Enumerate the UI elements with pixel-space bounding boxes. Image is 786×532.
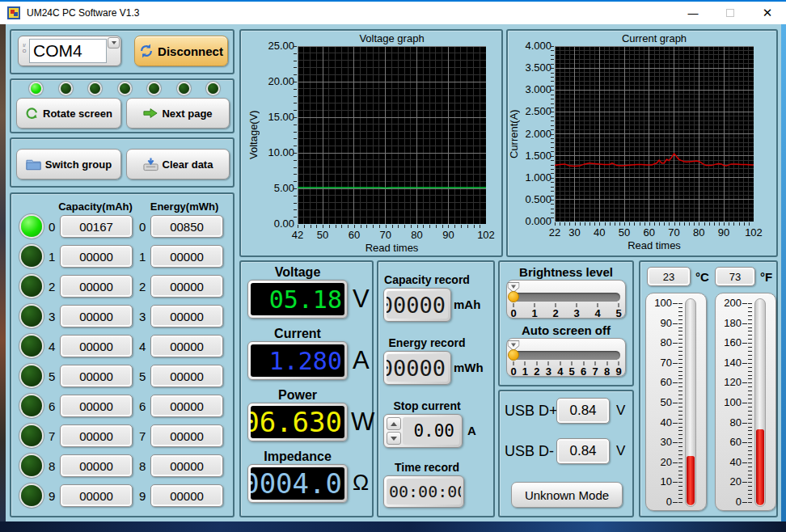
next-page-button[interactable]: Next page <box>126 98 230 129</box>
energy-record-value: 00000 <box>387 354 448 382</box>
thermometer-scale-label: 100 <box>717 396 742 408</box>
auto-screen-off-slider[interactable]: 0123456789 <box>506 338 626 377</box>
slider-knob[interactable] <box>508 291 519 302</box>
power-label: Power <box>241 388 354 403</box>
thermometer-major-tick <box>742 502 747 503</box>
slider-tick-label: 3 <box>546 365 551 378</box>
energy-value: 00000 <box>150 335 223 357</box>
x-axis-tick-label: 80 <box>401 229 433 241</box>
switch-group-button[interactable]: Switch group <box>16 149 121 179</box>
y-axis-tick-label: 0.00 <box>259 217 294 230</box>
thermometer-major-tick <box>673 442 678 443</box>
group-led-4 <box>21 336 42 357</box>
current-graph-panel: Current graph Current(A) Read times 0.00… <box>506 29 778 257</box>
group-index: 7 <box>49 429 55 443</box>
clear-data-button[interactable]: Clear data <box>126 149 230 179</box>
x-axis-tick-label: 90 <box>432 229 464 241</box>
thermometer-scale-label: 60 <box>717 436 742 448</box>
rotate-screen-button[interactable]: Rotate screen <box>16 98 121 129</box>
capacity-value: 00000 <box>60 245 133 268</box>
slider-tick-label: 5 <box>569 365 575 378</box>
group-index: 1 <box>139 250 146 264</box>
spin-up-button[interactable] <box>387 417 401 430</box>
y-axis-minor-ticks <box>551 46 554 222</box>
group-row-2: 200000200000 <box>11 275 233 299</box>
thermometer-scale-label: 100 <box>648 297 672 309</box>
x-axis-minor-ticks <box>555 222 754 226</box>
thermometer-major-tick <box>673 363 678 364</box>
voltage-value: 05.18 <box>251 283 344 315</box>
thermometer-major-tick <box>742 482 747 483</box>
com-port-value[interactable]: COM4 <box>29 39 107 63</box>
arrow-down-icon <box>391 437 397 441</box>
y-axis-tick-label: 10.00 <box>259 146 294 158</box>
metrics-panel: Voltage 05.18 V Current 1.280 A Power 06… <box>239 260 374 517</box>
stop-current-unit: A <box>467 424 476 437</box>
thermometer-scale-label: 0 <box>717 496 742 508</box>
brightness-slider[interactable]: 012345 <box>506 280 626 319</box>
group-row-0: 000167000850 <box>11 215 233 239</box>
group-led-2 <box>21 276 42 297</box>
impedance-label: Impedance <box>241 450 354 464</box>
thermometer-major-tick <box>673 323 678 324</box>
disconnect-label: Disconnect <box>158 44 223 58</box>
group-led-3 <box>21 306 42 327</box>
minimize-button[interactable]: — <box>674 2 712 24</box>
slider-tick-label: 2 <box>552 307 558 319</box>
combo-dropdown-button[interactable] <box>108 37 120 49</box>
voltage-graph-plot <box>298 46 486 224</box>
energy-value: 00000 <box>150 424 223 447</box>
slider-tick-label: 7 <box>592 365 598 378</box>
page-led-6 <box>208 83 218 94</box>
group-index: 9 <box>139 489 146 503</box>
thermometer-scale-label: 180 <box>717 317 742 329</box>
brightness-label: Brightness level <box>500 265 632 279</box>
capacity-record-display: 00000 <box>383 288 451 322</box>
slider-knob[interactable] <box>508 349 519 361</box>
group-row-4: 400000400000 <box>11 335 233 359</box>
time-record-label: Time record <box>378 461 475 474</box>
slider-tick-label: 5 <box>615 307 621 319</box>
usb-dplus-value: 0.84 <box>556 398 610 424</box>
thermometer-major-tick <box>673 382 678 383</box>
disconnect-button[interactable]: Disconnect <box>134 36 228 66</box>
mode-button[interactable]: Unknown Mode <box>511 482 623 508</box>
slider-track[interactable] <box>512 351 620 360</box>
thermometer-tube <box>754 298 766 507</box>
page-led-4 <box>149 83 159 94</box>
impedance-display: 0004.0 <box>247 464 348 503</box>
thermometer-scale-label: 30 <box>648 436 672 448</box>
arrow-right-icon <box>143 108 158 119</box>
group-index: 8 <box>139 459 146 473</box>
thermometer-major-tick <box>742 303 747 304</box>
y-axis-tick-label: 1.500 <box>516 150 551 162</box>
energy-value: 00000 <box>150 365 223 387</box>
capacity-value: 00000 <box>60 305 133 327</box>
slider-tick-label: 8 <box>604 365 610 378</box>
spin-down-button[interactable] <box>387 432 401 445</box>
auto-screen-off-label: Auto screen off <box>500 323 632 337</box>
usb-dminus-value: 0.84 <box>556 438 610 464</box>
close-button[interactable]: ✕ <box>749 2 786 24</box>
thermometer-scale-label: 80 <box>648 336 672 348</box>
capacity-record-unit: mAh <box>454 298 480 311</box>
energy-value: 00000 <box>150 454 223 477</box>
stop-current-value[interactable]: 0.00 <box>403 417 459 445</box>
y-axis-tick-label: 0.000 <box>516 215 551 227</box>
group-led-0 <box>21 216 42 237</box>
page-led-2 <box>90 83 100 94</box>
y-axis-tick-label: 3.000 <box>516 83 551 95</box>
maximize-button[interactable] <box>712 2 749 24</box>
stop-current-spinner[interactable]: 0.00 <box>383 414 463 448</box>
slider-tick-label: 4 <box>594 307 600 319</box>
led-row <box>31 83 218 94</box>
thermometer-scale-label: 0 <box>648 496 672 508</box>
thermometer-scale-label: 20 <box>648 456 672 468</box>
slider-tick-label: 0 <box>510 365 516 378</box>
slider-track[interactable] <box>512 293 620 302</box>
energy-value: 00000 <box>150 395 223 417</box>
com-port-combo[interactable]: I/O COM4 <box>18 36 121 66</box>
temp-c-unit: °C <box>695 270 709 284</box>
y-axis-tick-label: 1.000 <box>516 171 551 184</box>
group-index: 5 <box>139 369 146 383</box>
